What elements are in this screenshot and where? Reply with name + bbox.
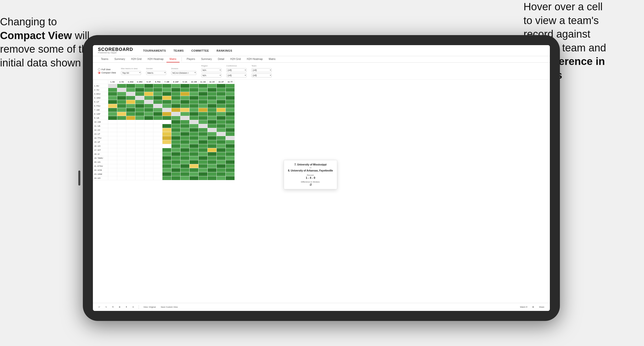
cell-21-11[interactable] bbox=[208, 168, 217, 172]
cell-10-13[interactable] bbox=[226, 124, 235, 128]
cell-5-4[interactable] bbox=[144, 104, 153, 108]
cell-8-13[interactable] bbox=[226, 116, 235, 120]
cell-20-3[interactable] bbox=[135, 164, 144, 168]
cell-8-11[interactable] bbox=[208, 116, 217, 120]
cell-10-6[interactable] bbox=[162, 124, 171, 128]
cell-6-5[interactable] bbox=[153, 108, 162, 112]
cell-7-7[interactable] bbox=[171, 112, 181, 116]
cell-18-6[interactable] bbox=[162, 156, 171, 160]
cell-7-13[interactable] bbox=[226, 112, 235, 116]
cell-0-3[interactable] bbox=[135, 84, 144, 88]
region-select-2[interactable]: N/A bbox=[201, 73, 221, 77]
cell-20-5[interactable] bbox=[153, 164, 162, 168]
cell-4-9[interactable] bbox=[190, 100, 199, 104]
cell-1-8[interactable] bbox=[181, 88, 190, 92]
cell-11-10[interactable] bbox=[199, 128, 208, 132]
cell-7-9[interactable] bbox=[190, 112, 199, 116]
toolbar-view-original[interactable]: View: Original bbox=[142, 305, 157, 309]
cell-14-8[interactable] bbox=[181, 140, 190, 144]
cell-4-0[interactable] bbox=[108, 100, 117, 104]
cell-16-7[interactable] bbox=[171, 148, 181, 152]
cell-5-0[interactable] bbox=[108, 104, 117, 108]
cell-8-6[interactable] bbox=[162, 116, 171, 120]
cell-1-0[interactable] bbox=[108, 88, 117, 92]
cell-3-8[interactable] bbox=[181, 96, 190, 100]
cell-14-10[interactable] bbox=[199, 140, 208, 144]
cell-9-3[interactable] bbox=[135, 120, 144, 124]
cell-1-7[interactable] bbox=[171, 88, 181, 92]
cell-1-2[interactable] bbox=[126, 88, 135, 92]
cell-7-10[interactable] bbox=[199, 112, 208, 116]
cell-13-7[interactable] bbox=[171, 136, 181, 140]
cell-13-0[interactable] bbox=[108, 136, 117, 140]
cell-16-0[interactable] bbox=[108, 148, 117, 152]
cell-11-1[interactable] bbox=[117, 128, 126, 132]
cell-13-3[interactable] bbox=[135, 136, 144, 140]
toolbar-clock[interactable]: ⊙ bbox=[131, 305, 136, 309]
cell-8-5[interactable] bbox=[153, 116, 162, 120]
sub-nav-h2hheatmap-right[interactable]: H2H Heatmap bbox=[244, 56, 266, 62]
cell-19-6[interactable] bbox=[162, 160, 171, 164]
cell-11-3[interactable] bbox=[135, 128, 144, 132]
cell-0-7[interactable] bbox=[171, 84, 181, 88]
cell-18-12[interactable] bbox=[217, 156, 226, 160]
cell-7-4[interactable] bbox=[144, 112, 153, 116]
cell-5-1[interactable] bbox=[117, 104, 126, 108]
cell-15-2[interactable] bbox=[126, 144, 135, 148]
cell-1-9[interactable] bbox=[190, 88, 199, 92]
cell-17-12[interactable] bbox=[217, 152, 226, 156]
cell-3-9[interactable] bbox=[190, 96, 199, 100]
cell-11-5[interactable] bbox=[153, 128, 162, 132]
cell-19-0[interactable] bbox=[108, 160, 117, 164]
cell-8-10[interactable] bbox=[199, 116, 208, 120]
cell-3-2[interactable] bbox=[126, 96, 135, 100]
cell-7-12[interactable] bbox=[217, 112, 226, 116]
cell-17-11[interactable] bbox=[208, 152, 217, 156]
cell-4-2[interactable] bbox=[126, 100, 135, 104]
cell-1-12[interactable] bbox=[217, 88, 226, 92]
cell-12-7[interactable] bbox=[171, 132, 181, 136]
cell-10-11[interactable] bbox=[208, 124, 217, 128]
cell-14-7[interactable] bbox=[171, 140, 181, 144]
cell-14-1[interactable] bbox=[117, 140, 126, 144]
conf-select-2[interactable]: (All) bbox=[226, 73, 247, 77]
cell-18-3[interactable] bbox=[135, 156, 144, 160]
cell-20-7[interactable] bbox=[171, 164, 181, 168]
cell-9-11[interactable] bbox=[208, 120, 217, 124]
cell-17-6[interactable] bbox=[162, 152, 171, 156]
cell-22-8[interactable] bbox=[181, 172, 190, 176]
cell-17-10[interactable] bbox=[199, 152, 208, 156]
cell-11-13[interactable] bbox=[226, 128, 235, 132]
cell-22-7[interactable] bbox=[171, 172, 181, 176]
cell-6-10[interactable] bbox=[199, 108, 208, 112]
cell-6-13[interactable] bbox=[226, 108, 235, 112]
cell-23-2[interactable] bbox=[126, 176, 135, 180]
cell-5-6[interactable] bbox=[162, 104, 171, 108]
cell-19-4[interactable] bbox=[144, 160, 153, 164]
cell-16-13[interactable] bbox=[226, 148, 235, 152]
cell-19-11[interactable] bbox=[208, 160, 217, 164]
sub-nav-h2hheatmap-left[interactable]: H2H Heatmap bbox=[145, 56, 166, 62]
cell-12-6[interactable] bbox=[162, 132, 171, 136]
cell-9-6[interactable] bbox=[162, 120, 171, 124]
cell-3-12[interactable] bbox=[217, 96, 226, 100]
cell-10-1[interactable] bbox=[117, 124, 126, 128]
cell-8-2[interactable] bbox=[126, 116, 135, 120]
cell-23-9[interactable] bbox=[190, 176, 199, 180]
cell-2-7[interactable] bbox=[171, 92, 181, 96]
cell-17-3[interactable] bbox=[135, 152, 144, 156]
cell-5-7[interactable] bbox=[171, 104, 181, 108]
cell-3-3[interactable] bbox=[135, 96, 144, 100]
cell-5-11[interactable] bbox=[208, 104, 217, 108]
cell-12-10[interactable] bbox=[199, 132, 208, 136]
cell-16-2[interactable] bbox=[126, 148, 135, 152]
cell-6-2[interactable] bbox=[126, 108, 135, 112]
conf-select-1[interactable]: (All) bbox=[226, 68, 247, 72]
cell-8-7[interactable] bbox=[171, 116, 181, 120]
cell-12-1[interactable] bbox=[117, 132, 126, 136]
cell-8-0[interactable] bbox=[108, 116, 117, 120]
cell-1-4[interactable] bbox=[144, 88, 153, 92]
compact-view-option[interactable]: Compact View bbox=[98, 71, 116, 74]
cell-5-13[interactable] bbox=[226, 104, 235, 108]
cell-8-12[interactable] bbox=[217, 116, 226, 120]
